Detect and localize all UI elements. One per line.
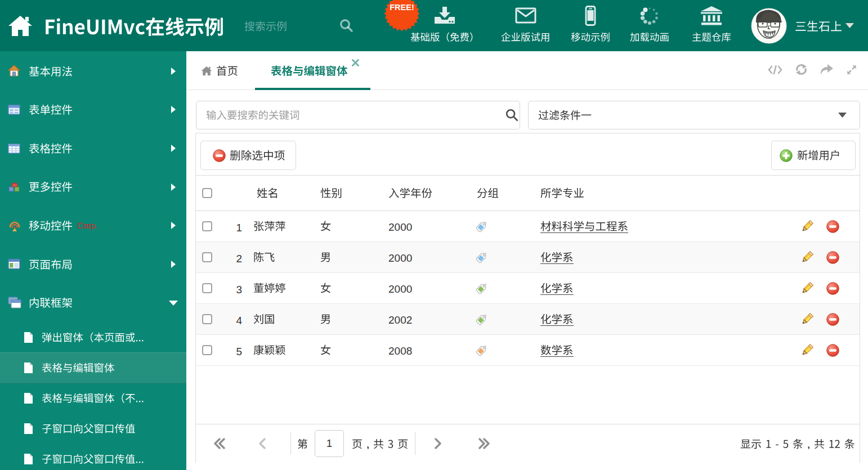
svg-text:FREE!: FREE!: [390, 3, 414, 12]
